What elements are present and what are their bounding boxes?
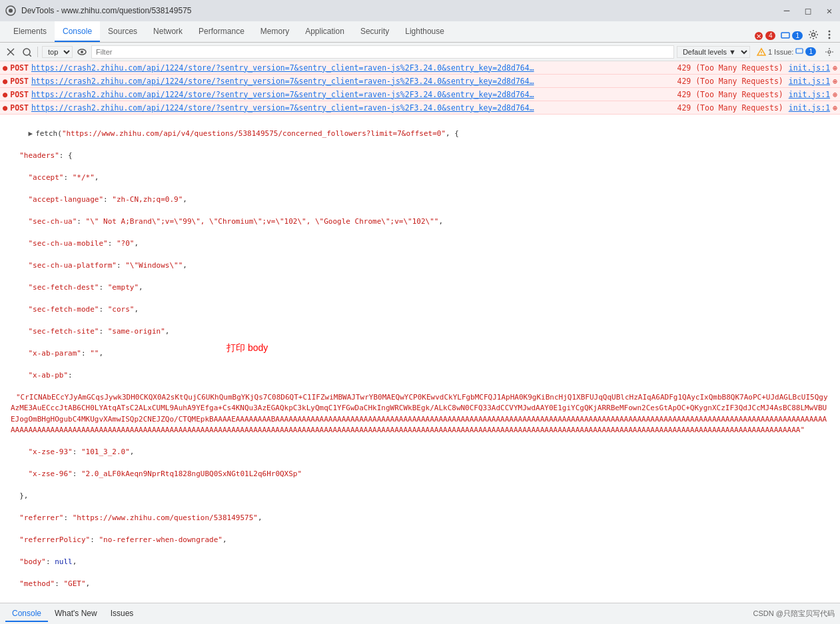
- svg-text:✕: ✕: [756, 33, 761, 40]
- settings-icon[interactable]: [808, 29, 819, 40]
- fetch-expand-arrow[interactable]: ▶: [29, 129, 33, 138]
- filter-button[interactable]: [20, 45, 33, 59]
- error-icon: ✕: [754, 31, 763, 41]
- window-title: DevTools - www.zhihu.com/question/538149…: [21, 6, 776, 15]
- error-source-1[interactable]: init.js:1: [789, 63, 830, 73]
- svg-point-1: [9, 9, 13, 13]
- error-row-4: ● POST https://crash2.zhihu.com/api/1224…: [0, 101, 840, 115]
- settings-small-button[interactable]: [823, 45, 836, 59]
- bottom-tab-issues[interactable]: Issues: [104, 606, 141, 622]
- title-bar: DevTools - www.zhihu.com/question/538149…: [0, 0, 840, 21]
- fetch-code-block: ▶fetch("https://www.zhihu.com/api/v4/que…: [0, 115, 840, 603]
- error-status-3: 429 (Too Many Requests): [677, 90, 783, 99]
- toolbar-separator-1: [37, 47, 38, 57]
- more-icon[interactable]: [824, 29, 835, 40]
- filter-input[interactable]: [91, 45, 674, 59]
- bottom-tab-console[interactable]: Console: [5, 606, 48, 622]
- svg-point-5: [812, 33, 815, 37]
- error-method-1: POST: [10, 63, 29, 73]
- error-circle-icon-3: ●: [3, 90, 7, 99]
- bottom-tab-whatsnew[interactable]: What's New: [48, 606, 104, 622]
- error-status-1: 429 (Too Many Requests): [677, 63, 783, 73]
- warning-icon: [757, 47, 766, 57]
- message-icon: [781, 31, 790, 41]
- svg-point-11: [23, 49, 30, 55]
- close-button[interactable]: ✕: [824, 5, 835, 16]
- svg-point-19: [828, 51, 831, 53]
- tab-security[interactable]: Security: [352, 21, 397, 42]
- error-method-3: POST: [10, 90, 29, 99]
- svg-line-12: [29, 55, 31, 57]
- error-circle-icon-1: ●: [3, 63, 7, 73]
- tab-network[interactable]: Network: [145, 21, 191, 42]
- error-link-icon-2[interactable]: ⊕: [833, 77, 837, 86]
- message-small-icon: [795, 48, 803, 56]
- svg-point-7: [829, 34, 831, 36]
- devtools-icon: [5, 5, 16, 16]
- svg-point-8: [829, 37, 831, 39]
- clear-console-button[interactable]: [4, 45, 17, 59]
- tab-application[interactable]: Application: [297, 21, 352, 42]
- window-controls: ─ □ ✕: [781, 5, 835, 16]
- watermark: CSDN @只陪宝贝写代码: [753, 609, 835, 619]
- eye-button[interactable]: [75, 45, 89, 59]
- error-source-2[interactable]: init.js:1: [789, 77, 830, 86]
- bottom-bar: Console What's New Issues CSDN @只陪宝贝写代码: [0, 603, 840, 624]
- error-row-3: ● POST https://crash2.zhihu.com/api/1224…: [0, 88, 840, 101]
- error-url-1[interactable]: https://crash2.zhihu.com/api/1224/store/…: [31, 63, 672, 73]
- error-url-3[interactable]: https://crash2.zhihu.com/api/1224/store/…: [31, 90, 672, 99]
- error-link-icon-4[interactable]: ⊕: [833, 103, 837, 113]
- tab-console[interactable]: Console: [55, 21, 100, 42]
- svg-point-6: [829, 31, 831, 33]
- context-selector[interactable]: top: [42, 46, 73, 58]
- error-method-2: POST: [10, 77, 29, 86]
- console-toolbar: top Default levels ▼ 1 Issue: 1: [0, 43, 840, 61]
- log-levels-selector[interactable]: Default levels ▼: [677, 46, 750, 58]
- error-source-4[interactable]: init.js:1: [789, 103, 830, 113]
- error-url-2[interactable]: https://crash2.zhihu.com/api/1224/store/…: [31, 77, 672, 86]
- tab-memory[interactable]: Memory: [252, 21, 297, 42]
- svg-rect-4: [781, 33, 789, 38]
- svg-point-17: [761, 54, 762, 55]
- error-circle-icon-2: ●: [3, 77, 7, 86]
- message-badge: 1: [792, 31, 803, 40]
- tab-right-icons: ✕ 4 1: [754, 29, 840, 42]
- error-row-1: ● POST https://crash2.zhihu.com/api/1224…: [0, 61, 840, 75]
- issues-count: 1 Issue: 1: [753, 47, 820, 57]
- error-row-2: ● POST https://crash2.zhihu.com/api/1224…: [0, 75, 840, 88]
- svg-rect-18: [796, 49, 803, 53]
- devtools-tab-bar: Elements Console Sources Network Perform…: [0, 21, 840, 43]
- error-method-4: POST: [10, 103, 29, 113]
- minimize-button[interactable]: ─: [781, 5, 792, 16]
- error-badge: 4: [765, 31, 776, 40]
- error-status-4: 429 (Too Many Requests): [677, 103, 783, 113]
- error-status-2: 429 (Too Many Requests): [677, 77, 783, 86]
- tab-lighthouse[interactable]: Lighthouse: [397, 21, 452, 42]
- error-circle-icon-4: ●: [3, 103, 7, 113]
- svg-point-14: [81, 51, 83, 53]
- tab-sources[interactable]: Sources: [100, 21, 145, 42]
- console-output: ● POST https://crash2.zhihu.com/api/1224…: [0, 61, 840, 603]
- tab-elements[interactable]: Elements: [5, 21, 55, 42]
- error-source-3[interactable]: init.js:1: [789, 90, 830, 99]
- error-url-4[interactable]: https://crash2.zhihu.com/api/1224/store/…: [31, 103, 672, 113]
- tab-performance[interactable]: Performance: [191, 21, 252, 42]
- issues-badge-count: 1: [805, 47, 816, 56]
- maximize-button[interactable]: □: [803, 5, 813, 16]
- error-link-icon-3[interactable]: ⊕: [833, 90, 837, 99]
- annotation-print: 打印 body: [226, 341, 268, 355]
- error-link-icon-1[interactable]: ⊕: [833, 63, 837, 73]
